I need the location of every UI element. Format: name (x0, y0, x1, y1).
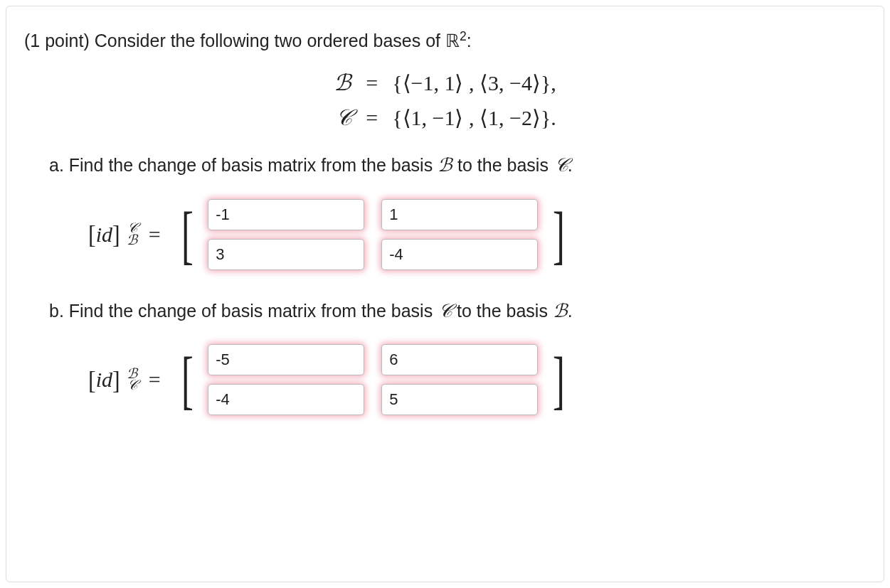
eq-sign: = (359, 101, 385, 136)
matrix-a-lhs: [id] 𝒞 ℬ = (88, 221, 166, 247)
part-a-from: ℬ (438, 155, 452, 176)
matrix-a-row: [id] 𝒞 ℬ = [ ] (88, 199, 866, 270)
matrix-a-input-22[interactable] (381, 239, 538, 270)
matrix-a-grid (208, 199, 538, 270)
left-bracket-icon: [ (181, 207, 193, 262)
part-b-label: b. (49, 301, 69, 321)
bases-table: ℬ = {⟨−1, 1⟩ , ⟨3, −4⟩}, 𝒞 = {⟨1, −1⟩ , … (327, 66, 563, 136)
matrix-a-input-12[interactable] (381, 199, 538, 230)
part-b-end: . (568, 301, 573, 321)
matrix-b-input-22[interactable] (381, 384, 538, 415)
basis-b-set: {⟨−1, 1⟩ , ⟨3, −4⟩}, (385, 66, 563, 101)
part-a-to: 𝒞 (553, 155, 568, 176)
matrix-a-input-11[interactable] (208, 199, 364, 230)
intro-colon: : (467, 31, 472, 50)
matrix-b-grid (208, 344, 538, 415)
real-symbol: ℝ (445, 31, 460, 50)
matrix-b-lhs: [id] ℬ 𝒞 = (88, 367, 166, 393)
part-b-text: b. Find the change of basis matrix from … (49, 299, 866, 325)
matrix-a-subsup: 𝒞 ℬ (127, 223, 137, 246)
part-b-from: 𝒞 (438, 301, 452, 321)
id-label: id (96, 368, 112, 392)
basis-b-symbol: ℬ (334, 70, 351, 95)
matrix-b-row: [id] ℬ 𝒞 = [ ] (88, 344, 866, 415)
eq-sign: = (149, 368, 161, 392)
lbracket: [ (88, 365, 96, 395)
part-b-mid: to the basis (452, 301, 553, 321)
matrix-b-input-11[interactable] (208, 344, 364, 375)
points-label: (1 point) (24, 31, 95, 50)
part-a-label: a. (49, 155, 69, 175)
matrix-a-input-21[interactable] (208, 239, 364, 270)
eq-sign: = (149, 223, 161, 247)
real-exponent: 2 (460, 29, 467, 43)
matrix-b-input-12[interactable] (381, 344, 538, 375)
matrix-a-sub: ℬ (127, 235, 137, 247)
basis-c-symbol: 𝒞 (334, 105, 351, 130)
bases-definitions: ℬ = {⟨−1, 1⟩ , ⟨3, −4⟩}, 𝒞 = {⟨1, −1⟩ , … (24, 66, 866, 136)
part-b-body: Find the change of basis matrix from the… (69, 301, 438, 321)
matrix-b-subsup: ℬ 𝒞 (127, 368, 137, 392)
problem-intro: (1 point) Consider the following two ord… (24, 28, 866, 53)
lbracket: [ (88, 219, 96, 250)
eq-sign: = (359, 66, 385, 101)
right-bracket-icon: ] (553, 207, 565, 262)
problem-card: (1 point) Consider the following two ord… (6, 6, 884, 582)
left-bracket-icon: [ (181, 352, 193, 407)
part-a-mid: to the basis (452, 155, 553, 175)
part-a-body: Find the change of basis matrix from the… (69, 155, 438, 175)
part-a-end: . (568, 155, 573, 175)
rbracket: ] (112, 219, 120, 250)
basis-c-set: {⟨1, −1⟩ , ⟨1, −2⟩}. (385, 101, 563, 136)
rbracket: ] (112, 365, 120, 395)
right-bracket-icon: ] (553, 352, 565, 407)
intro-text: Consider the following two ordered bases… (95, 31, 445, 50)
matrix-b-input-21[interactable] (208, 384, 364, 415)
part-b-to: ℬ (553, 301, 568, 321)
part-a-text: a. Find the change of basis matrix from … (49, 153, 866, 179)
id-label: id (96, 223, 112, 247)
matrix-b-sub: 𝒞 (127, 380, 137, 392)
